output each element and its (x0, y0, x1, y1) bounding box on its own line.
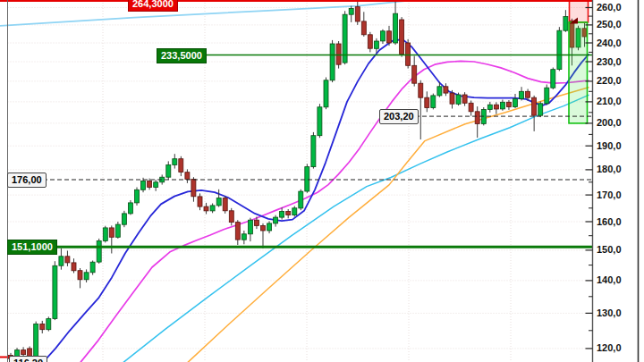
candle (419, 83, 423, 97)
candle (280, 211, 284, 217)
candle (494, 105, 498, 109)
axis-label-260,0: 260,0 (597, 2, 622, 13)
price-level-label-233_5000[interactable]: 233,5000 (157, 48, 207, 63)
candle (47, 319, 51, 330)
candle (274, 217, 278, 223)
candle (109, 228, 114, 237)
price-levels-layer (0, 0, 593, 357)
candle (135, 189, 140, 203)
candle (34, 324, 38, 358)
price-level-label-151_1000[interactable]: 151,1000 (7, 240, 57, 255)
candle (59, 257, 64, 265)
candle (349, 9, 353, 15)
candle (475, 112, 479, 124)
candle (21, 350, 26, 355)
candle (166, 165, 171, 178)
candle (141, 181, 146, 189)
candle (513, 99, 518, 107)
candle (564, 17, 568, 31)
candle (380, 31, 385, 41)
candle (122, 214, 126, 224)
candle (223, 198, 227, 211)
candle (545, 88, 549, 104)
candle (90, 262, 95, 273)
candle (248, 220, 252, 234)
candle (72, 263, 76, 271)
magenta-ma-line (80, 61, 589, 362)
candle (311, 136, 316, 167)
candle (437, 87, 442, 96)
axis-label-160,0: 160,0 (597, 216, 622, 228)
candle (406, 43, 411, 65)
trading-chart-window: 264,3000233,5000203,20176,00151,1000116,… (0, 0, 644, 362)
candle (368, 35, 372, 48)
candle (235, 223, 240, 240)
axis-label-170,0: 170,0 (597, 189, 622, 201)
candle (324, 80, 328, 107)
price-level-label-176_00[interactable]: 176,00 (7, 173, 47, 188)
candle (487, 105, 492, 109)
candle (267, 223, 272, 231)
candle (520, 91, 524, 98)
candle (198, 197, 202, 206)
axis-label-220,0: 220,0 (597, 75, 622, 87)
candle (394, 13, 398, 43)
candle (557, 30, 562, 69)
candle (210, 206, 215, 211)
candle (148, 181, 152, 187)
axis-label-150,0: 150,0 (597, 244, 622, 256)
candle (292, 208, 297, 215)
axis-label-230,0: 230,0 (597, 56, 622, 68)
candle (469, 103, 473, 112)
trade-zones-layer (569, 0, 589, 123)
candle (538, 104, 543, 115)
cyan-ma-line (123, 95, 589, 362)
candle (361, 21, 366, 35)
axis-label-240,0: 240,0 (597, 38, 622, 49)
price-level-label-264_3000[interactable]: 264,3000 (128, 0, 178, 12)
candle (185, 173, 190, 180)
candle (400, 20, 404, 55)
candle (431, 96, 436, 108)
candle (425, 97, 429, 107)
candle (318, 107, 322, 136)
candle (173, 159, 177, 165)
candle (462, 95, 467, 103)
candle (128, 203, 132, 214)
candle (305, 167, 309, 191)
candle (179, 159, 183, 173)
candle (154, 182, 158, 188)
candle (532, 97, 537, 115)
axis-label-190,0: 190,0 (597, 140, 622, 152)
candle (500, 102, 504, 109)
candle (65, 257, 70, 263)
target-zone (569, 22, 588, 123)
axis-label-250,0: 250,0 (597, 19, 622, 30)
candle (53, 265, 57, 318)
axis-label-120,0: 120,0 (597, 342, 622, 354)
candle (242, 234, 246, 240)
candle (387, 31, 392, 43)
candle (191, 179, 196, 196)
candle (103, 228, 107, 241)
price-level-label-203_20[interactable]: 203,20 (379, 109, 419, 124)
candle (355, 7, 360, 21)
price-level-label-116_20[interactable]: 116,20 (9, 356, 47, 362)
candle (78, 271, 82, 280)
candle (115, 224, 120, 237)
chart-canvas[interactable] (0, 0, 644, 362)
axis-label-130,0: 130,0 (597, 307, 622, 319)
candle (330, 44, 335, 80)
candle (450, 93, 454, 104)
candle (336, 44, 341, 64)
candle (40, 324, 45, 329)
candle (456, 95, 461, 104)
candle (374, 41, 378, 48)
candle (204, 206, 208, 211)
axis-label-210,0: 210,0 (597, 96, 622, 107)
candle (216, 198, 221, 206)
candle (97, 240, 101, 262)
stop-zone (570, 0, 589, 22)
candle (526, 91, 530, 97)
candle (412, 65, 417, 83)
